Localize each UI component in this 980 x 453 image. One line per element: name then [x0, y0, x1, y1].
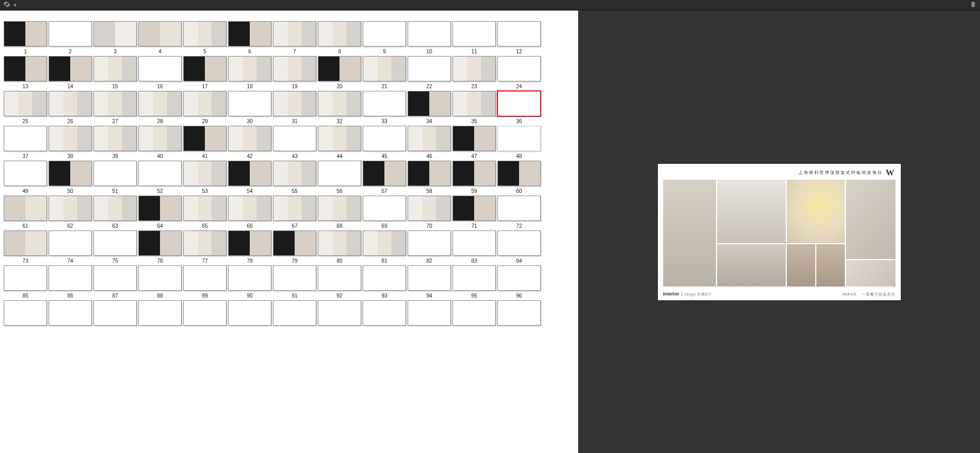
thumbnail[interactable]: [408, 161, 451, 186]
thumbnail[interactable]: [318, 56, 361, 81]
thumbnail[interactable]: [363, 161, 406, 186]
thumbnail[interactable]: [49, 196, 92, 221]
thumbnail[interactable]: [49, 21, 92, 47]
thumbnail[interactable]: [93, 91, 137, 116]
thumbnail[interactable]: [318, 265, 361, 291]
thumbnail[interactable]: [318, 126, 361, 151]
thumbnail[interactable]: [4, 56, 47, 81]
thumbnail[interactable]: [273, 196, 316, 221]
thumbnail-grid-panel[interactable]: 1234567891011121314151617181920212223242…: [0, 11, 578, 453]
thumbnail[interactable]: [453, 300, 496, 326]
thumbnail[interactable]: [363, 265, 406, 291]
thumbnail[interactable]: [363, 300, 406, 326]
thumbnail[interactable]: [93, 126, 137, 151]
thumbnail[interactable]: [228, 230, 271, 256]
thumbnail[interactable]: [408, 196, 451, 221]
thumbnail[interactable]: [408, 300, 451, 326]
thumbnail[interactable]: [49, 126, 92, 151]
thumbnail[interactable]: [363, 91, 406, 116]
thumbnail[interactable]: [318, 161, 361, 186]
thumbnail[interactable]: [408, 56, 451, 81]
thumbnail[interactable]: [93, 196, 137, 221]
thumbnail[interactable]: [138, 230, 182, 256]
thumbnail[interactable]: [363, 196, 406, 221]
thumbnail[interactable]: [138, 265, 182, 291]
thumbnail[interactable]: [453, 161, 496, 186]
thumbnail[interactable]: [273, 126, 316, 151]
thumbnail[interactable]: [497, 56, 541, 81]
thumbnail[interactable]: [453, 21, 496, 47]
thumbnail[interactable]: [93, 21, 137, 47]
thumbnail[interactable]: [228, 56, 271, 81]
thumbnail[interactable]: [497, 126, 541, 151]
thumbnail[interactable]: [497, 21, 541, 47]
thumbnail[interactable]: [408, 230, 451, 256]
thumbnail[interactable]: [93, 56, 137, 81]
thumbnail[interactable]: [273, 161, 316, 186]
thumbnail[interactable]: [273, 56, 316, 81]
thumbnail[interactable]: [93, 161, 137, 186]
thumbnail[interactable]: [49, 300, 92, 326]
thumbnail[interactable]: [49, 230, 92, 256]
thumbnail[interactable]: [138, 21, 182, 47]
thumbnail[interactable]: [363, 56, 406, 81]
thumbnail[interactable]: [363, 230, 406, 256]
thumbnail[interactable]: [49, 265, 92, 291]
thumbnail[interactable]: [183, 265, 227, 291]
thumbnail[interactable]: [273, 91, 316, 116]
thumbnail[interactable]: [497, 300, 541, 326]
thumbnail[interactable]: [183, 126, 227, 151]
thumbnail[interactable]: [4, 300, 47, 326]
thumbnail[interactable]: [408, 265, 451, 291]
thumbnail[interactable]: [138, 161, 182, 186]
thumbnail[interactable]: [318, 21, 361, 47]
thumbnail[interactable]: [228, 91, 271, 116]
thumbnail[interactable]: [4, 126, 47, 151]
thumbnail[interactable]: [138, 300, 182, 326]
thumbnail[interactable]: [49, 56, 92, 81]
thumbnail[interactable]: [497, 230, 541, 256]
thumbnail[interactable]: [228, 300, 271, 326]
thumbnail[interactable]: [183, 196, 227, 221]
thumbnail[interactable]: [183, 91, 227, 116]
thumbnail[interactable]: [273, 21, 316, 47]
thumbnail[interactable]: [138, 56, 182, 81]
thumbnail[interactable]: [318, 196, 361, 221]
thumbnail[interactable]: [228, 126, 271, 151]
thumbnail[interactable]: [497, 91, 541, 116]
dropdown-arrow-icon[interactable]: ▼: [13, 3, 17, 8]
thumbnail[interactable]: [183, 21, 227, 47]
thumbnail[interactable]: [453, 265, 496, 291]
thumbnail[interactable]: [408, 126, 451, 151]
thumbnail[interactable]: [318, 91, 361, 116]
thumbnail[interactable]: [363, 126, 406, 151]
thumbnail[interactable]: [228, 21, 271, 47]
thumbnail[interactable]: [183, 161, 227, 186]
thumbnail[interactable]: [183, 300, 227, 326]
thumbnail[interactable]: [363, 21, 406, 47]
gear-icon[interactable]: [3, 1, 11, 10]
thumbnail[interactable]: [453, 126, 496, 151]
thumbnail[interactable]: [4, 196, 47, 221]
thumbnail[interactable]: [228, 161, 271, 186]
thumbnail[interactable]: [273, 300, 316, 326]
trash-icon[interactable]: [969, 1, 977, 10]
thumbnail[interactable]: [453, 196, 496, 221]
thumbnail[interactable]: [138, 196, 182, 221]
thumbnail[interactable]: [453, 91, 496, 116]
thumbnail[interactable]: [93, 300, 137, 326]
thumbnail[interactable]: [49, 161, 92, 186]
thumbnail[interactable]: [408, 21, 451, 47]
thumbnail[interactable]: [228, 196, 271, 221]
thumbnail[interactable]: [4, 91, 47, 116]
thumbnail[interactable]: [273, 265, 316, 291]
thumbnail[interactable]: [183, 56, 227, 81]
thumbnail[interactable]: [4, 265, 47, 291]
thumbnail[interactable]: [497, 161, 541, 186]
thumbnail[interactable]: [4, 21, 47, 47]
thumbnail[interactable]: [4, 161, 47, 186]
thumbnail[interactable]: [138, 91, 182, 116]
thumbnail[interactable]: [497, 196, 541, 221]
thumbnail[interactable]: [318, 300, 361, 326]
thumbnail[interactable]: [453, 230, 496, 256]
